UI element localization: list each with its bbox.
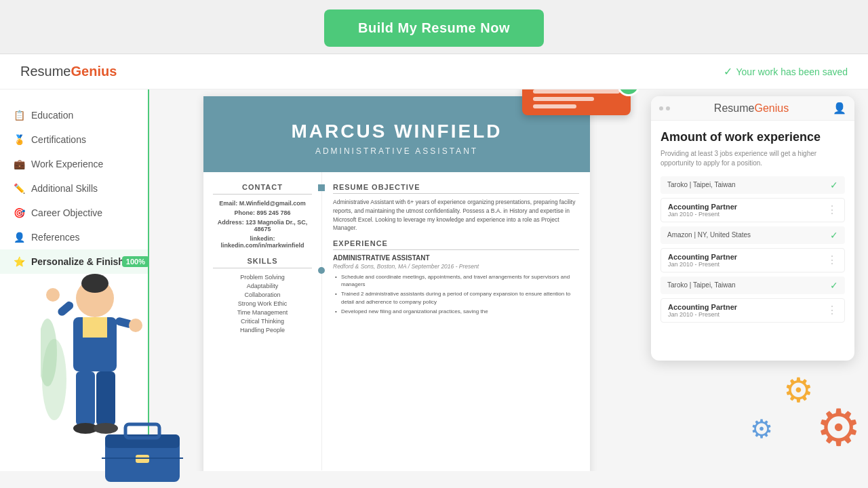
- job-date-3: Jan 2010 - Present: [668, 311, 737, 318]
- rp-logo-genius: Genius: [754, 102, 789, 114]
- main-content: MARCUS WINFIELD ADMINISTRATIVE ASSISTANT…: [149, 89, 868, 471]
- cta-area: Build My Resume Now: [0, 0, 868, 54]
- header: ResumeGenius ✓ Your work has been saved: [0, 54, 868, 89]
- resume-left-col: CONTACT Email: M.Winfield@gmail.com Phon…: [203, 172, 322, 470]
- build-resume-button[interactable]: Build My Resume Now: [324, 9, 544, 47]
- skill-4: Strong Work Ethic: [213, 300, 312, 307]
- job-card-3[interactable]: Accounting Partner Jan 2010 - Present ⋮: [660, 298, 845, 323]
- resume-right-col: RESUME OBJECTIVE Administrative Assistan…: [322, 172, 590, 470]
- additional-skills-icon: ✏️: [14, 183, 24, 194]
- rp-content: Amount of work experience Providing at l…: [651, 121, 854, 336]
- sidebar-item-certifications[interactable]: 🏅 Certifications: [0, 127, 148, 152]
- rp-logo: ResumeGenius: [714, 102, 789, 115]
- skill-2: Adaptability: [213, 283, 312, 289]
- bullet-1: Schedule and coordinate meetings, appoin…: [333, 273, 579, 288]
- references-icon: 👤: [14, 232, 24, 243]
- saved-check-icon: ✓: [724, 65, 732, 78]
- rp-user-icon: 👤: [833, 102, 846, 115]
- sidebar-item-references[interactable]: 👤 References: [0, 225, 148, 249]
- contact-linkedin: linkedin: linkedin.com/in/markwinfield: [213, 235, 312, 249]
- location-text-1: Taroko | Taipei, Taiwan: [667, 181, 736, 188]
- card-line-2: [533, 97, 594, 101]
- education-icon: 📋: [14, 110, 24, 121]
- card-line-1: [533, 89, 620, 94]
- rp-logo-resume: Resume: [714, 102, 755, 114]
- rp-subtitle: Providing at least 3 jobs experience wil…: [660, 149, 845, 168]
- job-dots-1[interactable]: ⋮: [827, 203, 837, 216]
- sidebar-label-references: References: [31, 232, 80, 243]
- job-info-2: Accounting Partner Jan 2010 - Present: [668, 253, 737, 268]
- sidebar-item-education[interactable]: 📋 Education: [0, 103, 148, 127]
- sidebar-label-personalize-finish: Personalize & Finish: [31, 256, 124, 267]
- location-check-1: ✓: [830, 180, 838, 190]
- sidebar-label-additional-skills: Additional Skills: [31, 183, 98, 194]
- saved-text: Your work has been saved: [736, 66, 848, 77]
- gear-medium-icon: ⚙: [783, 371, 814, 410]
- skills-dot: [318, 267, 325, 274]
- logo: ResumeGenius: [20, 64, 117, 79]
- skill-5: Time Management: [213, 309, 312, 316]
- location-check-3: ✓: [830, 280, 838, 291]
- job-date-2: Jan 2010 - Present: [668, 261, 737, 268]
- objective-text: Administrative Assistant with 6+ years o…: [333, 198, 579, 232]
- job-dots-2[interactable]: ⋮: [827, 253, 837, 266]
- saved-status: ✓ Your work has been saved: [724, 65, 848, 78]
- job-date-1: Jan 2010 - Present: [668, 211, 737, 218]
- phone-bar: ResumeGenius 👤: [651, 96, 854, 121]
- location-row-3: Taroko | Taipei, Taiwan ✓: [660, 277, 845, 294]
- sidebar: 📋 Education 🏅 Certifications 💼 Work Expe…: [0, 89, 149, 471]
- gear-blue-icon: ⚙: [750, 414, 773, 444]
- sidebar-item-work-experience[interactable]: 💼 Work Experience: [0, 152, 148, 176]
- sidebar-item-career-objective[interactable]: 🎯 Career Objective: [0, 201, 148, 225]
- job-title: ADMINISTRATIVE ASSISTANT: [333, 254, 579, 262]
- contact-email: Email: M.Winfield@gmail.com: [213, 200, 312, 207]
- contact-dot: [318, 184, 325, 191]
- job-title-1: Accounting Partner: [668, 203, 737, 211]
- resume-body: CONTACT Email: M.Winfield@gmail.com Phon…: [203, 172, 590, 470]
- body-layout: 📋 Education 🏅 Certifications 💼 Work Expe…: [0, 89, 868, 471]
- location-row-2: Amazon | NY, United States ✓: [660, 226, 845, 244]
- skill-6: Critical Thinking: [213, 318, 312, 325]
- objective-title: RESUME OBJECTIVE: [333, 183, 579, 194]
- location-text-2: Amazon | NY, United States: [667, 231, 751, 239]
- work-experience-icon: 💼: [14, 159, 24, 169]
- job-title-3: Accounting Partner: [668, 303, 737, 311]
- skill-1: Problem Solving: [213, 274, 312, 281]
- sidebar-label-education: Education: [31, 110, 73, 121]
- sidebar-label-career-objective: Career Objective: [31, 207, 102, 218]
- skill-7: Handling People: [213, 327, 312, 333]
- right-panel: ResumeGenius 👤 Amount of work experience…: [651, 96, 854, 361]
- job-info-3: Accounting Partner Jan 2010 - Present: [668, 303, 737, 318]
- contact-phone: Phone: 895 245 786: [213, 209, 312, 216]
- sidebar-label-certifications: Certifications: [31, 134, 86, 145]
- sidebar-item-personalize-finish[interactable]: ⭐ Personalize & Finish 100%: [0, 249, 148, 274]
- location-text-3: Taroko | Taipei, Taiwan: [667, 281, 736, 289]
- resume-preview: MARCUS WINFIELD ADMINISTRATIVE ASSISTANT…: [203, 96, 590, 471]
- job-dots-3[interactable]: ⋮: [827, 304, 837, 317]
- dot-2: [666, 106, 670, 110]
- job-card-2[interactable]: Accounting Partner Jan 2010 - Present ⋮: [660, 248, 845, 272]
- location-check-2: ✓: [830, 230, 838, 241]
- saved-card: ✓: [522, 89, 631, 115]
- sidebar-item-additional-skills[interactable]: ✏️ Additional Skills: [0, 176, 148, 201]
- skill-3: Collaboration: [213, 291, 312, 298]
- certifications-icon: 🏅: [14, 134, 24, 145]
- experience-title: EXPERIENCE: [333, 239, 579, 250]
- job-info-1: Accounting Partner Jan 2010 - Present: [668, 203, 737, 218]
- app-container: ResumeGenius ✓ Your work has been saved …: [0, 54, 868, 471]
- job-title-2: Accounting Partner: [668, 253, 737, 261]
- phone-dots: [659, 106, 670, 110]
- bullet-3: Developed new filing and organizational …: [333, 308, 579, 315]
- gear-large-icon: ⚙: [816, 398, 861, 458]
- skills-section-title: SKILLS: [213, 257, 312, 268]
- personalize-finish-icon: ⭐: [14, 256, 24, 267]
- bullet-2: Trained 2 administrative assistants duri…: [333, 290, 579, 305]
- job-subtitle: Redford & Sons, Boston, MA / September 2…: [333, 263, 579, 270]
- resume-name: MARCUS WINFIELD: [217, 121, 576, 142]
- rp-main-title: Amount of work experience: [660, 130, 845, 145]
- logo-genius-text: Genius: [71, 64, 117, 79]
- card-line-3: [533, 104, 576, 108]
- contact-section-title: CONTACT: [213, 183, 312, 195]
- job-card-1[interactable]: Accounting Partner Jan 2010 - Present ⋮: [660, 198, 845, 222]
- location-row-1: Taroko | Taipei, Taiwan ✓: [660, 176, 845, 194]
